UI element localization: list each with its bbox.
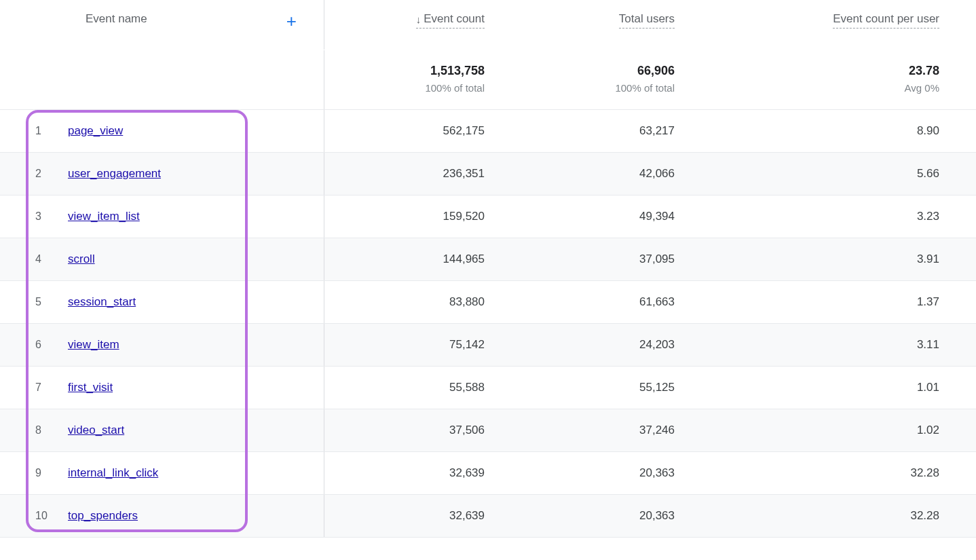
cell-per-user: 32.28 xyxy=(691,466,956,480)
cell-event-count: 32,639 xyxy=(324,466,501,480)
cell-event-count: 144,965 xyxy=(324,253,501,266)
row-number: 10 xyxy=(35,510,68,522)
cell-total-users: 37,246 xyxy=(501,424,691,437)
row-dimension-cell: 3view_item_list xyxy=(0,195,324,238)
table-header-row: Event name + ↓ Event count Total users E… xyxy=(0,0,976,50)
table-row: 6view_item75,14224,2033.11 xyxy=(0,324,976,367)
event-name-link[interactable]: view_item xyxy=(68,338,119,352)
table-row: 10top_spenders32,63920,36332.28 xyxy=(0,495,976,538)
cell-per-user: 1.37 xyxy=(691,295,956,309)
cell-total-users: 61,663 xyxy=(501,295,691,309)
event-name-link[interactable]: session_start xyxy=(68,295,136,309)
row-number: 3 xyxy=(35,210,68,223)
table-row: 8video_start37,50637,2461.02 xyxy=(0,409,976,452)
cell-total-users: 55,125 xyxy=(501,381,691,394)
summary-subtext: 100% of total xyxy=(508,82,675,94)
row-number: 5 xyxy=(35,296,68,308)
row-dimension-cell: 4scroll xyxy=(0,238,324,280)
event-name-link[interactable]: view_item_list xyxy=(68,210,140,223)
cell-total-users: 63,217 xyxy=(501,124,691,138)
add-dimension-button[interactable]: + xyxy=(286,12,297,30)
event-name-link[interactable]: scroll xyxy=(68,253,95,266)
cell-per-user: 3.23 xyxy=(691,210,956,223)
row-number: 6 xyxy=(35,339,68,351)
cell-per-user: 3.91 xyxy=(691,253,956,266)
column-label: Total users xyxy=(619,12,675,26)
row-dimension-cell: 6view_item xyxy=(0,324,324,366)
table-row: 1page_view562,17563,2178.90 xyxy=(0,110,976,153)
cell-event-count: 32,639 xyxy=(324,509,501,523)
row-dimension-cell: 7first_visit xyxy=(0,367,324,409)
cell-total-users: 20,363 xyxy=(501,509,691,523)
event-name-link[interactable]: top_spenders xyxy=(68,509,138,523)
cell-event-count: 55,588 xyxy=(324,381,501,394)
cell-per-user: 32.28 xyxy=(691,509,956,523)
row-number: 1 xyxy=(35,125,68,137)
summary-dimension-cell xyxy=(0,50,324,109)
event-name-link[interactable]: first_visit xyxy=(68,381,113,394)
row-dimension-cell: 9internal_link_click xyxy=(0,452,324,494)
summary-per-user: 23.78 Avg 0% xyxy=(691,50,956,109)
metric-header-cell-per-user: Event count per user xyxy=(691,0,956,50)
cell-per-user: 3.11 xyxy=(691,338,956,352)
summary-value: 23.78 xyxy=(698,64,939,78)
cell-event-count: 236,351 xyxy=(324,167,501,181)
cell-per-user: 5.66 xyxy=(691,167,956,181)
sort-arrow-down-icon: ↓ xyxy=(416,14,421,25)
table-row: 3view_item_list159,52049,3943.23 xyxy=(0,195,976,238)
summary-total-users: 66,906 100% of total xyxy=(501,50,691,109)
column-label: Event count xyxy=(424,12,485,26)
cell-total-users: 24,203 xyxy=(501,338,691,352)
row-dimension-cell: 5session_start xyxy=(0,281,324,323)
row-number: 4 xyxy=(35,253,68,265)
cell-per-user: 1.01 xyxy=(691,381,956,394)
data-rows-container: 1page_view562,17563,2178.902user_engagem… xyxy=(0,110,976,538)
cell-total-users: 42,066 xyxy=(501,167,691,181)
summary-subtext: Avg 0% xyxy=(698,82,939,94)
table-row: 4scroll144,96537,0953.91 xyxy=(0,238,976,281)
cell-total-users: 49,394 xyxy=(501,210,691,223)
cell-per-user: 8.90 xyxy=(691,124,956,138)
cell-total-users: 37,095 xyxy=(501,253,691,266)
table-row: 9internal_link_click32,63920,36332.28 xyxy=(0,452,976,495)
summary-event-count: 1,513,758 100% of total xyxy=(324,50,501,109)
row-dimension-cell: 10top_spenders xyxy=(0,495,324,537)
event-name-link[interactable]: video_start xyxy=(68,424,124,437)
column-label: Event count per user xyxy=(833,12,939,26)
column-header-per-user[interactable]: Event count per user xyxy=(833,12,939,29)
events-table: Event name + ↓ Event count Total users E… xyxy=(0,0,976,538)
summary-value: 1,513,758 xyxy=(331,64,485,78)
cell-event-count: 159,520 xyxy=(324,210,501,223)
cell-event-count: 37,506 xyxy=(324,424,501,437)
row-number: 8 xyxy=(35,424,68,436)
table-row: 2user_engagement236,35142,0665.66 xyxy=(0,153,976,195)
row-dimension-cell: 8video_start xyxy=(0,409,324,451)
summary-subtext: 100% of total xyxy=(331,82,485,94)
row-dimension-cell: 2user_engagement xyxy=(0,153,324,195)
row-dimension-cell: 1page_view xyxy=(0,110,324,152)
metric-header-cell-total-users: Total users xyxy=(501,0,691,50)
metric-header-cell-event-count: ↓ Event count xyxy=(324,0,501,50)
summary-value: 66,906 xyxy=(508,64,675,78)
cell-event-count: 83,880 xyxy=(324,295,501,309)
column-header-total-users[interactable]: Total users xyxy=(619,12,675,29)
cell-per-user: 1.02 xyxy=(691,424,956,437)
row-number: 9 xyxy=(35,467,68,479)
cell-event-count: 562,175 xyxy=(324,124,501,138)
event-name-link[interactable]: page_view xyxy=(68,124,123,138)
event-name-link[interactable]: user_engagement xyxy=(68,167,161,181)
dimension-column-header-cell: Event name + xyxy=(0,0,324,50)
row-number: 2 xyxy=(35,168,68,180)
dimension-header-label: Event name xyxy=(0,12,147,26)
cell-total-users: 20,363 xyxy=(501,466,691,480)
event-name-link[interactable]: internal_link_click xyxy=(68,466,158,480)
row-number: 7 xyxy=(35,381,68,394)
column-header-event-count[interactable]: ↓ Event count xyxy=(416,12,485,29)
table-row: 5session_start83,88061,6631.37 xyxy=(0,281,976,324)
summary-row: 1,513,758 100% of total 66,906 100% of t… xyxy=(0,50,976,110)
cell-event-count: 75,142 xyxy=(324,338,501,352)
table-row: 7first_visit55,58855,1251.01 xyxy=(0,367,976,409)
